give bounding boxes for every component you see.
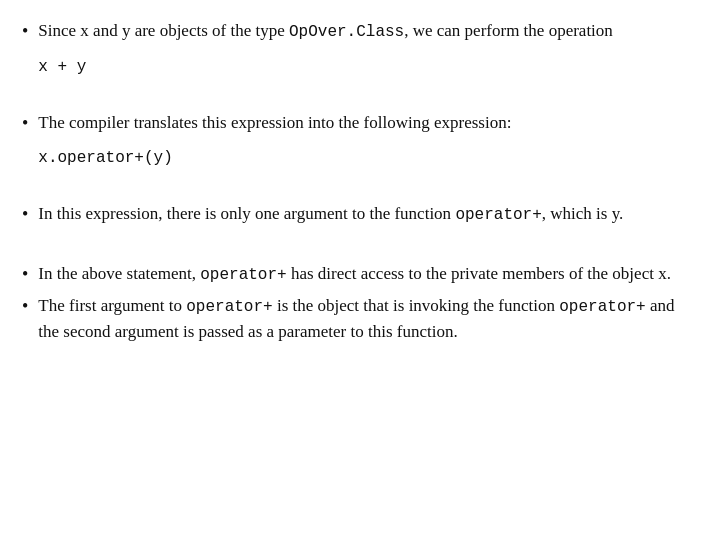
code-block-2: x.operator+(y) — [38, 146, 698, 171]
bullet3-text-part2: , which is y. — [542, 204, 624, 223]
bullet-item-3: • In this expression, there is only one … — [22, 201, 698, 229]
bullet-symbol-4b: • — [22, 293, 28, 321]
bullet-text-1: Since x and y are objects of the type Op… — [38, 18, 698, 92]
bullet-item-4a: • In the above statement, operator+ has … — [22, 261, 698, 289]
bullet2-text-part1: The compiler translates this expression … — [38, 113, 511, 132]
bullet-text-2: The compiler translates this expression … — [38, 110, 698, 183]
bullet1-code1: OpOver.Class — [289, 23, 404, 41]
bullet-symbol-1: • — [22, 18, 28, 46]
code-block-1: x + y — [38, 55, 698, 80]
bullet4a-code1: operator+ — [200, 266, 286, 284]
bullet4b-code2: operator+ — [559, 298, 645, 316]
bullet3-code1: operator+ — [455, 206, 541, 224]
bullet-symbol-4a: • — [22, 261, 28, 289]
bullet-symbol-2: • — [22, 110, 28, 138]
bullet-text-4b: The first argument to operator+ is the o… — [38, 293, 698, 346]
bullet4b-text-part1: The first argument to — [38, 296, 186, 315]
bullet-text-4a: In the above statement, operator+ has di… — [38, 261, 698, 288]
bullet4b-code1: operator+ — [186, 298, 272, 316]
bullet-item-4b: • The first argument to operator+ is the… — [22, 293, 698, 346]
bullet-item-1: • Since x and y are objects of the type … — [22, 18, 698, 92]
bullet-item-2: • The compiler translates this expressio… — [22, 110, 698, 183]
bullet4a-text-part1: In the above statement, — [38, 264, 200, 283]
bullet1-text-part2: , we can perform the operation — [404, 21, 613, 40]
bullet1-text-part1: Since x and y are objects of the type — [38, 21, 289, 40]
bullet4b-text-part2: is the object that is invoking the funct… — [273, 296, 560, 315]
bullet-symbol-3: • — [22, 201, 28, 229]
spacer — [22, 251, 698, 261]
bullet-text-3: In this expression, there is only one ar… — [38, 201, 698, 228]
bullet4a-text-part2: has direct access to the private members… — [287, 264, 671, 283]
main-content: • Since x and y are objects of the type … — [22, 18, 698, 346]
bullet3-text-part1: In this expression, there is only one ar… — [38, 204, 455, 223]
